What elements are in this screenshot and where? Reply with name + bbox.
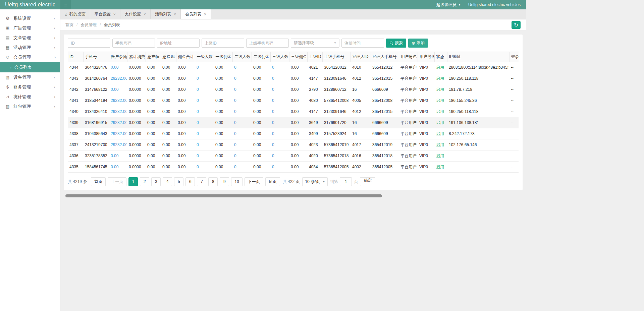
next-page-button[interactable]: 下一页 <box>245 177 263 186</box>
level-select[interactable]: 请选择等级▼ <box>291 39 339 48</box>
filter-input-id[interactable] <box>68 39 110 48</box>
scrollbar-thumb[interactable] <box>65 194 382 197</box>
cell[interactable]: 0 <box>195 162 214 173</box>
cell[interactable]: 0 <box>195 106 214 117</box>
cell[interactable]: 0 <box>270 84 289 95</box>
page-button-5[interactable]: 5 <box>174 177 183 186</box>
cell[interactable]: 0.00 <box>109 150 127 162</box>
cell[interactable]: 29232.00 <box>109 106 127 117</box>
cell[interactable]: 0 <box>270 106 289 117</box>
cell[interactable]: 0 <box>195 84 214 95</box>
user-role-menu[interactable]: 超级管理员 ▼ <box>436 2 461 8</box>
page-button-10[interactable]: 10 <box>231 177 242 186</box>
cell[interactable]: 0 <box>270 62 289 73</box>
filter-bar: 请选择等级▼ 搜索 ⊕ 添加 <box>68 39 519 48</box>
cell[interactable]: 0 <box>232 128 252 139</box>
tab-payment-settings[interactable]: 支付设置× <box>120 9 151 19</box>
sidebar-item-members[interactable]: ☺会员管理‹ <box>0 52 60 62</box>
cell[interactable]: 0 <box>232 162 252 173</box>
cell[interactable]: 0 <box>232 150 252 162</box>
cell[interactable]: 0 <box>232 62 252 73</box>
cell[interactable]: 29232.00 <box>109 95 127 106</box>
caret-down-icon: ▼ <box>458 3 461 6</box>
first-page-button[interactable]: 首页 <box>91 177 106 186</box>
cell[interactable]: 0 <box>232 95 252 106</box>
cell[interactable]: 0 <box>270 162 289 173</box>
goto-confirm-button[interactable]: 确定 <box>360 177 375 186</box>
close-icon[interactable]: × <box>204 12 206 17</box>
sidebar-item-finance[interactable]: $财务管理‹ <box>0 82 60 92</box>
cell[interactable]: 0 <box>232 84 252 95</box>
page-button-3[interactable]: 3 <box>151 177 161 186</box>
sidebar-item-ads[interactable]: ▣广告管理‹ <box>0 23 60 33</box>
refresh-button[interactable]: ↻ <box>512 21 521 29</box>
table-row: 4343301426076429232.000.00000.000.000.00… <box>68 73 519 84</box>
filter-input-ip[interactable] <box>157 39 200 48</box>
tab-desktop[interactable]: ⌂我的桌面 <box>60 9 90 19</box>
page-button-6[interactable]: 6 <box>185 177 195 186</box>
sidebar-subitem-member-list[interactable]: ›会员列表 <box>0 62 60 72</box>
cell[interactable]: 0 <box>195 128 214 139</box>
cell[interactable]: 29232.00 <box>109 73 127 84</box>
cell[interactable]: 0 <box>270 128 289 139</box>
close-icon[interactable]: × <box>144 12 146 17</box>
cell[interactable]: 0 <box>270 139 289 150</box>
sidebar-item-devices[interactable]: ▧设备管理‹ <box>0 72 60 82</box>
cell[interactable]: 0.00 <box>109 162 127 173</box>
cell[interactable]: 0.00 <box>109 84 127 95</box>
page-button-7[interactable]: 7 <box>197 177 206 186</box>
cell[interactable]: 0 <box>195 95 214 106</box>
cell[interactable]: 0 <box>195 73 214 84</box>
tab-activity-list[interactable]: 活动列表× <box>151 9 181 19</box>
sidebar-item-stats[interactable]: ⊿统计管理‹ <box>0 92 60 102</box>
cell[interactable]: 0 <box>232 106 252 117</box>
cell[interactable]: 0 <box>195 62 214 73</box>
horizontal-scrollbar[interactable] <box>64 194 523 197</box>
cell[interactable]: 29232.00 <box>109 117 127 128</box>
sidebar-item-activities[interactable]: ▦活动管理‹ <box>0 43 60 52</box>
cell: 0.00 <box>146 128 161 139</box>
filter-input-phone[interactable] <box>112 39 155 48</box>
submenu-arrow-icon: › <box>10 65 11 69</box>
add-button[interactable]: ⊕ 添加 <box>408 39 428 48</box>
cell[interactable]: 0 <box>195 150 214 162</box>
page-button-8[interactable]: 8 <box>208 177 218 186</box>
sidebar-item-redpacket[interactable]: ▥红包管理‹ <box>0 102 60 111</box>
page-button-2[interactable]: 2 <box>140 177 149 186</box>
cell: 0.00 <box>161 117 176 128</box>
cell[interactable]: 0 <box>195 117 214 128</box>
cell[interactable]: 0.00 <box>109 62 127 73</box>
goto-page-input[interactable] <box>340 177 352 186</box>
close-icon[interactable]: × <box>113 12 116 17</box>
column-header: 用户等级 <box>418 52 434 62</box>
cell[interactable]: 29232.00 <box>109 128 127 139</box>
cell[interactable]: 0 <box>232 73 252 84</box>
sidebar-item-articles[interactable]: ▤文章管理‹ <box>0 33 60 43</box>
register-time-input[interactable] <box>341 39 384 48</box>
tab-member-list[interactable]: 会员列表× <box>181 9 211 19</box>
cell: 0.00 <box>252 117 270 128</box>
page-button-9[interactable]: 9 <box>220 177 229 186</box>
sidebar-item-system[interactable]: ⚙系统设置‹ <box>0 13 60 23</box>
page-button-4[interactable]: 4 <box>163 177 172 186</box>
tab-platform-settings[interactable]: 平台设置× <box>90 9 120 19</box>
cell[interactable]: 0 <box>232 139 252 150</box>
last-page-button[interactable]: 尾页 <box>265 177 280 186</box>
cell[interactable]: 29232.00 <box>109 139 127 150</box>
breadcrumb-item[interactable]: 首页 <box>65 22 73 28</box>
cell[interactable]: 0 <box>270 150 289 162</box>
search-button[interactable]: 搜索 <box>386 39 406 48</box>
per-page-select[interactable]: 10 条/页▼ <box>302 177 328 186</box>
filter-input-parent-id[interactable] <box>202 39 244 48</box>
filter-input-parent-phone[interactable] <box>246 39 289 48</box>
breadcrumb-item[interactable]: 会员管理 <box>80 22 97 28</box>
cell[interactable]: 0 <box>270 73 289 84</box>
cell: -- <box>509 139 519 150</box>
cell[interactable]: 0 <box>195 139 214 150</box>
cell[interactable]: 0 <box>270 117 289 128</box>
cell[interactable]: 0 <box>232 117 252 128</box>
close-icon[interactable]: × <box>174 12 176 17</box>
burger-icon[interactable]: ≡ <box>60 0 71 9</box>
cell[interactable]: 0 <box>270 95 289 106</box>
page-button-1[interactable]: 1 <box>128 177 138 186</box>
